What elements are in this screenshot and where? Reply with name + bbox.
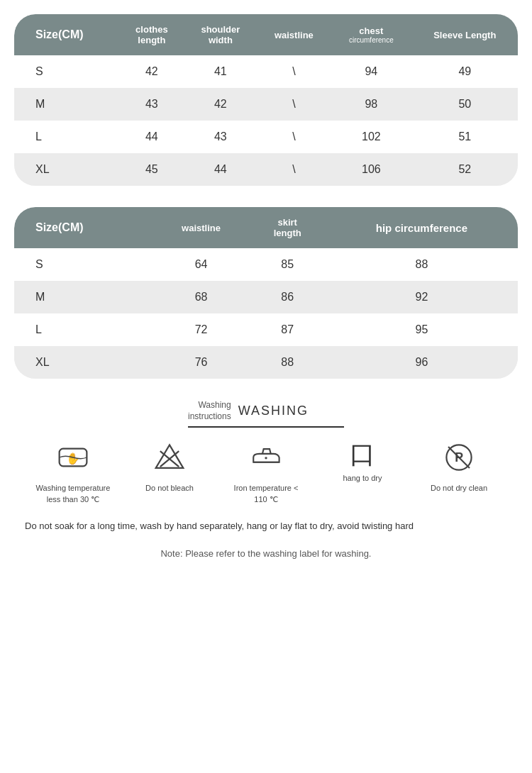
- table1-row3-size: L: [14, 121, 120, 153]
- table1-row2-col1: 43: [120, 88, 184, 121]
- table1-row4-size: XL: [14, 153, 120, 186]
- table1-row3-col1: 44: [120, 121, 184, 153]
- hang-dry-icon: 口: [350, 442, 375, 467]
- table2-header-size: Size(CM): [14, 207, 153, 248]
- table2-row2-size: M: [14, 281, 153, 313]
- table2-row3-col3: 95: [326, 313, 518, 346]
- washing-title-main: WASHING: [238, 404, 309, 418]
- table2-row3-size: L: [14, 313, 153, 346]
- washing-title-row: Washing instructions WASHING: [188, 400, 344, 428]
- size-table-2: Size(CM) waistline skirtlength hip circu…: [14, 207, 518, 379]
- size-table-1: Size(CM) clotheslength shoulderwidth wai…: [14, 14, 518, 186]
- table2-row4-col1: 76: [153, 346, 249, 379]
- table2-body: S 64 85 88 M 68 86 92 L 72 87 95 XL 76 8…: [14, 248, 518, 379]
- table2-row3-col2: 87: [250, 313, 326, 346]
- table-row: L 44 43 \ 102 51: [14, 121, 518, 153]
- no-bleach-label: Do not bleach: [145, 483, 194, 494]
- table2-header-hip: hip circumference: [326, 207, 518, 248]
- table1-row2-size: M: [14, 88, 120, 121]
- table2-row4-size: XL: [14, 346, 153, 379]
- table-row: L 72 87 95: [14, 313, 518, 346]
- no-bleach-item: Do not bleach: [131, 442, 209, 494]
- table2-row1-col1: 64: [153, 248, 249, 281]
- table1-header-clothes-length: clotheslength: [120, 14, 184, 55]
- hang-dry-label: hang to dry: [343, 473, 382, 484]
- table2-header-waistline: waistline: [153, 207, 249, 248]
- table2-row1-col3: 88: [326, 248, 518, 281]
- table2-header-skirt-length: skirtlength: [250, 207, 326, 248]
- iron-temp-label: Iron temperature < 110 ℃: [227, 483, 305, 505]
- table1-row1-col5: 49: [412, 55, 518, 88]
- table1-header-waistline: waistline: [257, 14, 331, 55]
- table1-row3-col5: 51: [412, 121, 518, 153]
- iron-temp-item: Iron temperature < 110 ℃: [227, 442, 305, 505]
- iron-temp-icon: [250, 442, 282, 477]
- table2-row2-col1: 68: [153, 281, 249, 313]
- no-dry-clean-item: P Do not dry clean: [420, 442, 498, 494]
- table1-row4-col1: 45: [120, 153, 184, 186]
- table1-row4-col3: \: [257, 153, 331, 186]
- table1-header-shoulder-width: shoulderwidth: [184, 14, 257, 55]
- washing-section: Washing instructions WASHING ✋ Washing t…: [14, 400, 518, 559]
- table-row: S 64 85 88: [14, 248, 518, 281]
- wash-temp-icon: ✋: [57, 442, 89, 477]
- table1-row2-col5: 50: [412, 88, 518, 121]
- table2-row4-col2: 88: [250, 346, 326, 379]
- table1-row1-col4: 94: [331, 55, 411, 88]
- table2-row1-size: S: [14, 248, 153, 281]
- washing-instructions-label: Washing instructions: [188, 400, 231, 422]
- table1-row1-col1: 42: [120, 55, 184, 88]
- table2-row2-col3: 92: [326, 281, 518, 313]
- size-table-1-wrapper: Size(CM) clotheslength shoulderwidth wai…: [14, 14, 518, 186]
- no-dry-clean-label: Do not dry clean: [431, 483, 487, 494]
- wash-temp-item: ✋ Washing temperature less than 30 ℃: [34, 442, 112, 505]
- table1-row3-col2: 43: [184, 121, 257, 153]
- table1-row2-col3: \: [257, 88, 331, 121]
- washing-refer: Note: Please refer to the washing label …: [21, 548, 511, 559]
- table-row: XL 45 44 \ 106 52: [14, 153, 518, 186]
- table2-row1-col2: 85: [250, 248, 326, 281]
- table1-row4-col5: 52: [412, 153, 518, 186]
- table1-row4-col2: 44: [184, 153, 257, 186]
- table-row: XL 76 88 96: [14, 346, 518, 379]
- washing-note: Do not soak for a long time, wash by han…: [21, 519, 511, 534]
- table-row: M 43 42 \ 98 50: [14, 88, 518, 121]
- size-table-2-wrapper: Size(CM) waistline skirtlength hip circu…: [14, 207, 518, 379]
- table-row: M 68 86 92: [14, 281, 518, 313]
- svg-point-6: [265, 457, 267, 459]
- table2-row4-col3: 96: [326, 346, 518, 379]
- table1-header-sleeve: Sleeve Length: [412, 14, 518, 55]
- table1-row1-col2: 41: [184, 55, 257, 88]
- table1-row3-col4: 102: [331, 121, 411, 153]
- svg-marker-2: [156, 445, 184, 469]
- table1-row2-col4: 98: [331, 88, 411, 121]
- washing-icons-row: ✋ Washing temperature less than 30 ℃ Do …: [21, 442, 511, 505]
- table1-row4-col4: 106: [331, 153, 411, 186]
- no-dry-clean-icon: P: [443, 442, 475, 477]
- table1-row1-col3: \: [257, 55, 331, 88]
- table2-row3-col1: 72: [153, 313, 249, 346]
- table1-body: S 42 41 \ 94 49 M 43 42 \ 98 50 L 44 43 …: [14, 55, 518, 186]
- table1-row2-col2: 42: [184, 88, 257, 121]
- table1-row1-size: S: [14, 55, 120, 88]
- table2-row2-col2: 86: [250, 281, 326, 313]
- table1-header-size: Size(CM): [14, 14, 120, 55]
- no-bleach-icon: [154, 442, 185, 477]
- table1-header-chest: chestcircumference: [331, 14, 411, 55]
- hang-dry-item: 口 hang to dry: [323, 442, 401, 484]
- wash-temp-label: Washing temperature less than 30 ℃: [34, 483, 112, 505]
- table1-row3-col3: \: [257, 121, 331, 153]
- table-row: S 42 41 \ 94 49: [14, 55, 518, 88]
